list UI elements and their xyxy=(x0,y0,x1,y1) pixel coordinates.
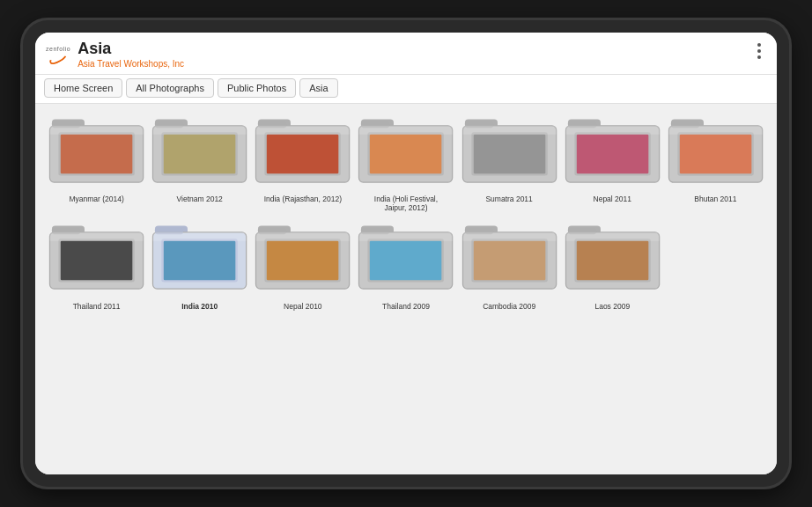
nav-tabs: Home Screen All Photographs Public Photo… xyxy=(35,75,777,104)
folder-label: Thailand 2011 xyxy=(73,302,121,311)
folder-icon xyxy=(254,219,351,298)
screen: zenfolio Asia Asia Travel Workshops, Inc… xyxy=(35,33,777,474)
folder-label: India 2010 xyxy=(181,302,218,311)
svg-rect-34 xyxy=(577,134,648,173)
svg-rect-40 xyxy=(680,134,752,173)
folder-icon xyxy=(461,113,558,192)
folder-icon xyxy=(254,113,351,192)
folder-item[interactable]: Nepal 2010 xyxy=(254,219,351,311)
svg-rect-16 xyxy=(267,134,338,173)
device-frame: zenfolio Asia Asia Travel Workshops, Inc… xyxy=(23,20,789,487)
svg-rect-22 xyxy=(370,134,441,173)
zenfolio-text: zenfolio xyxy=(46,46,70,52)
svg-rect-70 xyxy=(473,241,544,280)
folder-label: Thailand 2009 xyxy=(382,302,430,311)
svg-rect-58 xyxy=(267,241,338,280)
svg-rect-17 xyxy=(256,125,350,134)
zenfolio-logo: zenfolio xyxy=(46,46,70,62)
subtitle: Asia Travel Workshops, Inc xyxy=(78,59,184,69)
zenfolio-icon xyxy=(48,49,69,67)
svg-rect-28 xyxy=(473,134,544,173)
title-group: Asia Asia Travel Workshops, Inc xyxy=(78,40,184,69)
top-bar-left: zenfolio Asia Asia Travel Workshops, Inc xyxy=(46,40,184,69)
folder-item[interactable]: Vietnam 2012 xyxy=(151,113,248,213)
folder-label: India (Holi Festival, Jaipur, 2012) xyxy=(366,195,446,212)
folder-icon xyxy=(461,219,558,298)
svg-rect-53 xyxy=(153,232,247,241)
folder-icon xyxy=(151,219,248,298)
folder-icon xyxy=(667,113,764,192)
tab-home-screen[interactable]: Home Screen xyxy=(44,78,122,98)
svg-rect-52 xyxy=(164,241,235,280)
svg-rect-5 xyxy=(49,125,143,134)
svg-rect-77 xyxy=(565,232,659,241)
folder-item[interactable]: Myanmar (2014) xyxy=(48,113,145,213)
grid-area: Myanmar (2014) Vietnam 2012 xyxy=(35,104,777,474)
top-bar: zenfolio Asia Asia Travel Workshops, Inc xyxy=(35,33,777,75)
folder-label: Laos 2009 xyxy=(594,302,630,311)
folder-label: Nepal 2011 xyxy=(594,195,631,203)
folder-label: Myanmar (2014) xyxy=(69,195,123,203)
folder-item[interactable]: Cambodia 2009 xyxy=(461,219,558,311)
folder-item[interactable]: Sumatra 2011 xyxy=(461,113,558,213)
svg-rect-76 xyxy=(577,241,648,280)
folder-item[interactable]: India 2010 xyxy=(151,219,248,311)
folder-label: Bhutan 2011 xyxy=(694,195,736,203)
more-menu-button[interactable] xyxy=(752,40,766,62)
folder-item[interactable]: Laos 2009 xyxy=(564,219,661,311)
svg-rect-23 xyxy=(359,125,453,134)
tab-asia[interactable]: Asia xyxy=(299,78,337,98)
folder-label: India (Rajasthan, 2012) xyxy=(264,195,342,203)
folder-icon xyxy=(564,113,661,192)
folder-item[interactable]: Bhutan 2011 xyxy=(667,113,764,213)
svg-rect-10 xyxy=(164,134,235,173)
folder-icon xyxy=(357,113,454,192)
svg-rect-65 xyxy=(359,232,453,241)
folder-icon xyxy=(48,219,145,298)
svg-rect-4 xyxy=(61,134,132,173)
tab-all-photographs[interactable]: All Photographs xyxy=(126,78,214,98)
svg-rect-64 xyxy=(370,241,441,280)
more-dot-1 xyxy=(757,43,761,47)
svg-rect-46 xyxy=(61,241,132,280)
svg-rect-11 xyxy=(153,125,247,134)
folder-icon xyxy=(151,113,248,192)
tab-public-photos[interactable]: Public Photos xyxy=(218,78,296,98)
svg-rect-35 xyxy=(565,125,659,134)
folder-icon xyxy=(564,219,661,298)
folder-grid: Myanmar (2014) Vietnam 2012 xyxy=(48,113,764,311)
svg-rect-47 xyxy=(49,232,143,241)
more-dot-2 xyxy=(757,49,761,53)
folder-item[interactable]: Nepal 2011 xyxy=(564,113,661,213)
folder-item[interactable]: Thailand 2009 xyxy=(357,219,454,311)
folder-label: Nepal 2010 xyxy=(284,302,321,311)
page-title: Asia xyxy=(78,40,184,59)
folder-item[interactable]: Thailand 2011 xyxy=(48,219,145,311)
svg-rect-29 xyxy=(462,125,556,134)
folder-label: Vietnam 2012 xyxy=(177,195,223,203)
folder-label: Cambodia 2009 xyxy=(483,302,535,311)
svg-rect-71 xyxy=(462,232,556,241)
svg-rect-59 xyxy=(256,232,350,241)
folder-item[interactable]: India (Rajasthan, 2012) xyxy=(254,113,351,213)
folder-label: Sumatra 2011 xyxy=(485,195,532,203)
folder-icon xyxy=(48,113,145,192)
more-dot-3 xyxy=(757,55,761,59)
folder-item[interactable]: India (Holi Festival, Jaipur, 2012) xyxy=(357,113,454,213)
folder-icon xyxy=(357,219,454,298)
svg-rect-41 xyxy=(668,125,762,134)
